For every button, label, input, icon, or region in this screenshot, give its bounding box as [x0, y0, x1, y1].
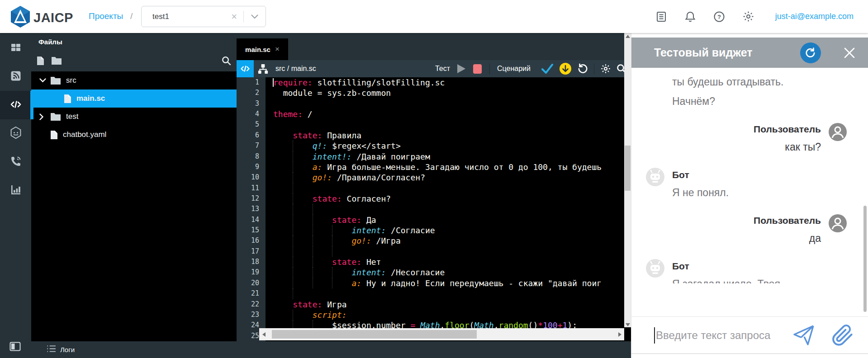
editor-settings-gear-icon[interactable] [600, 63, 611, 74]
chevron-right-icon[interactable] [39, 113, 50, 120]
code-line: 13 [237, 204, 631, 214]
sidebar-item-dashboard[interactable] [0, 34, 31, 62]
horizontal-scroll-thumb[interactable] [272, 330, 477, 339]
message-author: Пользователь [631, 212, 821, 229]
horizontal-scrollbar[interactable] [259, 328, 624, 340]
scroll-left-icon[interactable] [259, 332, 268, 337]
code-view-button[interactable] [237, 60, 254, 77]
code-line: 11 [237, 183, 631, 193]
code-line-text: intent!: /Давай поиграем [266, 151, 631, 162]
bot-avatar [646, 259, 664, 278]
attach-file-icon[interactable] [831, 324, 854, 347]
tab-close-icon[interactable]: × [275, 45, 280, 54]
chat-input-area[interactable]: Введите текст запроса [631, 316, 868, 353]
validate-check-icon[interactable] [541, 64, 553, 74]
sidebar-item-caila[interactable] [0, 119, 31, 148]
logs-label: Логи [60, 346, 75, 353]
svg-text:?: ? [717, 13, 721, 20]
jaicp-logo[interactable]: JAICP [10, 5, 73, 30]
code-editor-panel: main.sc × src / main.sc Тест Сценарий [237, 33, 631, 341]
code-line-text: q!: $regex</start> [266, 141, 631, 151]
file-icon [64, 94, 71, 104]
tree-item-chatbot-yaml[interactable]: chatbot.yaml [31, 126, 237, 144]
scroll-right-icon[interactable] [615, 332, 624, 337]
code-line-text [266, 246, 631, 257]
code-line: 21 [237, 288, 631, 299]
sidebar-item-code-editor[interactable] [0, 91, 31, 119]
chevron-down-icon[interactable] [39, 78, 50, 83]
stop-test-icon[interactable] [473, 64, 482, 74]
line-number: 5 [237, 119, 266, 130]
tree-item-src[interactable]: src [31, 71, 237, 90]
send-message-icon[interactable] [792, 324, 816, 347]
indent-guide [293, 193, 293, 204]
line-number: 6 [237, 130, 266, 141]
code-area[interactable]: 1require: slotfilling/slotFilling.sc2 mo… [237, 77, 631, 341]
scroll-up-icon[interactable] [624, 33, 631, 40]
widget-refresh-button[interactable] [800, 42, 821, 63]
code-line: 2 module = sys.zb-common [237, 88, 631, 98]
code-line-text [266, 183, 631, 193]
sidebar-item-telephony[interactable] [0, 148, 31, 176]
new-folder-icon[interactable] [51, 57, 62, 65]
tree-item-test[interactable]: test [31, 108, 237, 126]
line-number: 10 [237, 172, 266, 183]
indent-guide [293, 204, 293, 214]
widget-close-icon[interactable] [843, 47, 856, 59]
logs-bar[interactable]: Логи [31, 341, 631, 358]
editor-tabbar: main.sc × [237, 33, 631, 60]
panel-collapse-icon[interactable] [9, 342, 21, 353]
message-text: Начнём? [672, 92, 868, 111]
indent-guide [313, 215, 313, 225]
editor-tab-main-sc[interactable]: main.sc × [237, 38, 288, 60]
code-line-text: state: Игра [266, 299, 631, 310]
line-number: 15 [237, 225, 266, 236]
indent-guide [293, 151, 293, 162]
project-selector[interactable]: test1 × [141, 6, 266, 27]
indent-guide [313, 278, 313, 288]
rollback-undo-icon[interactable] [577, 63, 588, 75]
project-clear-icon[interactable]: × [225, 12, 243, 22]
user-email-link[interactable]: just-ai@example.com [775, 12, 854, 21]
breadcrumb-projects-link[interactable]: Проекты [89, 11, 123, 21]
chat-scrollbar-thumb[interactable] [863, 206, 867, 312]
code-line: 12 state: Согласен? [237, 193, 631, 204]
settings-gear-icon[interactable] [742, 10, 754, 23]
editor-toolbar: src / main.sc Тест Сценарий [237, 60, 631, 77]
jaicp-logo-icon [10, 5, 31, 30]
indent-guide [332, 236, 332, 246]
indent-guide [293, 183, 293, 193]
code-line: 22 state: Игра [237, 299, 631, 310]
code-line: 5 [237, 119, 631, 130]
news-list-icon[interactable] [655, 11, 667, 23]
sidebar-item-analytics[interactable] [0, 176, 31, 205]
tab-label: main.sc [245, 46, 270, 53]
indent-guide [313, 225, 313, 236]
chat-input-placeholder: Введите текст запроса [656, 329, 770, 342]
vertical-scroll-thumb[interactable] [625, 146, 631, 191]
code-line: 18 state: Нет [237, 257, 631, 267]
help-icon[interactable]: ? [713, 11, 725, 23]
indent-guide [332, 267, 332, 278]
top-header: JAICP Проекты / test1 × ? just-ai [0, 0, 868, 33]
chevron-down-icon[interactable] [244, 14, 266, 19]
logs-list-icon [47, 345, 56, 354]
line-number: 1 [237, 77, 266, 88]
user-avatar [829, 214, 847, 232]
line-number: 20 [237, 278, 266, 288]
code-line-text: intent: /Несогласие [266, 267, 631, 278]
notifications-bell-icon[interactable] [684, 11, 696, 23]
indent-guide [293, 246, 293, 257]
code-line-text: a: Игра больше-меньше. Загадаю число от … [266, 162, 631, 172]
run-test-play-icon[interactable] [456, 63, 466, 74]
files-search-icon[interactable] [221, 56, 232, 66]
flow-view-button[interactable] [254, 60, 272, 77]
sidebar-item-channels[interactable] [0, 62, 31, 91]
caila-bot-icon [9, 126, 22, 141]
code-line: 8 intent!: /Давай поиграем [237, 151, 631, 162]
new-file-icon[interactable] [37, 56, 44, 66]
text-cursor [654, 327, 655, 344]
tree-item-main-sc[interactable]: main.sc [31, 90, 237, 108]
deploy-download-icon[interactable] [560, 63, 571, 75]
vertical-scrollbar[interactable] [624, 33, 631, 328]
